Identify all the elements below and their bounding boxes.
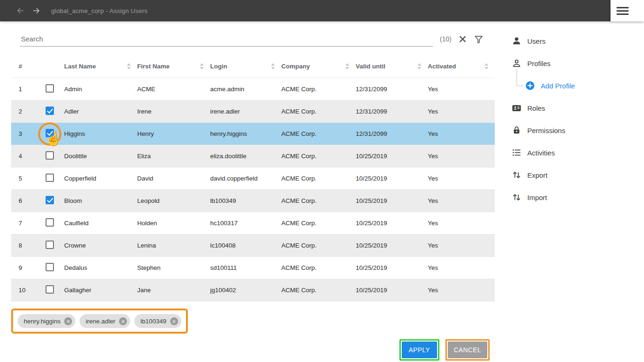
chip-label: lb100349	[140, 318, 166, 325]
column-header-num[interactable]: #	[11, 63, 42, 70]
cell-company: ACME Corp.	[281, 242, 356, 249]
cell-activated: Yes	[428, 242, 495, 249]
sort-icon[interactable]	[200, 63, 204, 69]
sidebar-item-add-profile[interactable]: Add Profile	[495, 74, 644, 97]
row-checkbox[interactable]	[46, 174, 54, 182]
cell-last-name: Higgins	[64, 130, 137, 137]
row-checkbox[interactable]	[46, 218, 54, 227]
cell-activated: Yes	[428, 175, 495, 182]
sidebar-item-export[interactable]: Export	[495, 164, 644, 186]
row-checkbox[interactable]	[46, 263, 54, 271]
cell-activated: Yes	[428, 130, 495, 137]
sidebar-list: Users Profiles Add Profile Roles Permiss…	[495, 30, 644, 208]
row-checkbox[interactable]	[46, 241, 54, 249]
row-number: 10	[11, 287, 42, 294]
row-checkbox[interactable]	[46, 129, 54, 137]
table-row[interactable]: 5 Copperfield David david.copperfield AC…	[11, 168, 495, 190]
clear-search-icon[interactable]	[458, 35, 467, 43]
cell-last-name: Admin	[64, 86, 137, 93]
selected-users-annotation-box: henry.higgins × irene.adler × lb100349 ×	[11, 308, 188, 334]
sidebar-item-activities[interactable]: Activities	[495, 141, 644, 164]
filter-icon[interactable]	[474, 34, 484, 44]
search-input[interactable]	[20, 32, 433, 47]
cell-first-name: Stephen	[137, 264, 210, 271]
table-row[interactable]: 4 Doolittle Eliza eliza.doolittle ACME C…	[11, 145, 495, 168]
hamburger-menu-icon[interactable]	[617, 5, 629, 17]
cell-login: henry.higgins	[210, 130, 281, 137]
cell-last-name: Adler	[64, 108, 137, 115]
back-arrow-icon[interactable]	[16, 6, 25, 15]
cell-last-name: Caulfield	[64, 220, 137, 227]
table-row[interactable]: 10 Gallagher Jane jg100402 ACME Corp. 10…	[11, 279, 495, 302]
column-label: Login	[210, 63, 227, 70]
import-export-icon	[511, 170, 522, 180]
chip-remove-icon[interactable]: ×	[170, 317, 178, 325]
cell-activated: Yes	[428, 86, 495, 93]
lock-icon	[511, 125, 522, 135]
sort-icon[interactable]	[345, 63, 349, 69]
row-checkbox[interactable]	[46, 285, 54, 294]
row-checkbox[interactable]	[46, 107, 54, 115]
row-checkbox[interactable]	[46, 84, 54, 93]
cell-first-name: Jane	[137, 287, 210, 294]
row-number: 9	[11, 264, 42, 271]
main-panel: (10) # Last Name Fir	[0, 21, 495, 362]
chip-label: henry.higgins	[24, 318, 60, 325]
table-row[interactable]: 3 Higgins Henry henry.higgins ACME Corp.…	[11, 123, 495, 145]
column-header-activated[interactable]: Activated	[428, 63, 495, 70]
plus-circle-icon	[525, 80, 535, 91]
cell-first-name: ACME	[137, 86, 210, 93]
user-icon	[511, 36, 522, 46]
column-header-valid-until[interactable]: Valid until	[356, 63, 428, 70]
column-header-company[interactable]: Company	[281, 63, 356, 70]
sort-icon[interactable]	[271, 63, 275, 69]
sidebar-item-users[interactable]: Users	[495, 30, 644, 52]
table-row[interactable]: 6 Bloom Leopold lb100349 ACME Corp. 10/2…	[11, 190, 495, 212]
sidebar-item-import[interactable]: Import	[495, 186, 644, 208]
chip-remove-icon[interactable]: ×	[64, 317, 72, 325]
column-header-first-name[interactable]: First Name	[137, 63, 210, 70]
row-number: 5	[11, 175, 42, 182]
sidebar-item-label: Export	[527, 171, 547, 179]
cell-login: irene.adler	[210, 108, 281, 115]
annotation-box-apply: APPLY	[399, 339, 439, 361]
sidebar-item-permissions[interactable]: Permissions	[495, 119, 644, 141]
table-row[interactable]: 8 Crowne Lenina lc100408 ACME Corp. 10/2…	[11, 235, 495, 257]
cancel-button[interactable]: CANCEL	[448, 342, 487, 358]
row-checkbox[interactable]	[46, 151, 54, 160]
chip-remove-icon[interactable]: ×	[119, 317, 127, 325]
cell-login: lb100349	[210, 197, 281, 204]
cell-login: acme.admin	[210, 86, 281, 93]
cell-company: ACME Corp.	[281, 108, 356, 115]
cell-valid-until: 10/25/2019	[356, 175, 428, 182]
sort-icon[interactable]	[485, 63, 488, 69]
chip-label: irene.adler	[86, 318, 115, 325]
selected-user-chip: henry.higgins ×	[18, 314, 75, 328]
cell-activated: Yes	[428, 220, 495, 227]
numbered-list-icon	[511, 147, 522, 158]
table-row[interactable]: 9 Dedalus Stephen sd100111 ACME Corp. 10…	[11, 257, 495, 279]
column-header-last-name[interactable]: Last Name	[64, 63, 137, 70]
cell-company: ACME Corp.	[281, 264, 356, 271]
apply-button[interactable]: APPLY	[402, 342, 437, 358]
cell-company: ACME Corp.	[281, 86, 356, 93]
cell-login: eliza.doolittle	[210, 153, 281, 160]
sort-icon[interactable]	[127, 63, 131, 69]
cell-activated: Yes	[428, 108, 495, 115]
sidebar-item-roles[interactable]: Roles	[495, 97, 644, 119]
cell-company: ACME Corp.	[281, 287, 356, 294]
cell-first-name: Lenina	[137, 242, 210, 249]
cell-activated: Yes	[428, 197, 495, 204]
column-header-login[interactable]: Login	[210, 63, 281, 70]
sidebar-item-label: Add Profile	[541, 82, 575, 90]
table-row[interactable]: 7 Caulfield Holden hc100317 ACME Corp. 1…	[11, 212, 495, 235]
cell-last-name: Dedalus	[64, 264, 137, 271]
sort-icon[interactable]	[418, 63, 421, 69]
table-row[interactable]: 1 Admin ACME acme.admin ACME Corp. 12/31…	[11, 78, 495, 101]
table-row[interactable]: 2 Adler Irene irene.adler ACME Corp. 12/…	[11, 101, 495, 123]
import-export-icon	[511, 192, 522, 202]
user-table: # Last Name First Name Login	[11, 55, 495, 302]
forward-arrow-icon[interactable]	[32, 6, 41, 15]
row-checkbox[interactable]	[46, 196, 54, 204]
cell-valid-until: 12/31/2099	[356, 86, 428, 93]
